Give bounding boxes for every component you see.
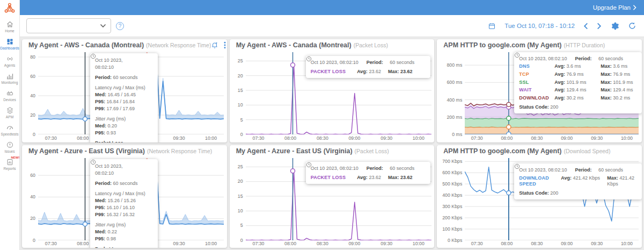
settings-gear-icon[interactable] (610, 22, 619, 31)
x-tick-label: 09:30 (378, 135, 394, 141)
x-tick-label: 08:00 (499, 135, 515, 141)
agents-icon (6, 55, 14, 63)
chart-plot-area[interactable]: Oct 10 2023, 08:02:10 Period: 60 seconds… (246, 158, 431, 240)
x-tick-label: 07:30 (469, 241, 485, 246)
y-axis: 0 ms200 ms400 ms600 ms800 ms (437, 52, 465, 134)
apm-icon (6, 106, 14, 115)
sidebar-item-speedtests[interactable]: Speedtests (0, 124, 20, 136)
prev-period-button[interactable] (583, 23, 588, 30)
y-tick-label: 200 Kbps (442, 215, 462, 220)
card-actions (211, 41, 226, 49)
new-badge: NEW! (11, 156, 20, 159)
x-tick-label: 09:00 (346, 135, 362, 141)
card-title: APM HTTP to google.com (My Agent) (443, 41, 561, 49)
x-tick-label: 08:00 (75, 241, 91, 246)
chart-card-http-duration: APM HTTP to google.com (My Agent)(HTTP D… (437, 39, 642, 142)
chart-tooltip: Oct 10 2023,08:02:10 Period: 60 seconds … (90, 53, 158, 142)
series-label: SSL (519, 80, 554, 85)
chart-tooltip: Oct 10 2023,08:02:10 Period: 60 seconds … (90, 159, 158, 248)
home-icon (6, 20, 14, 28)
alert-bell-icon[interactable] (211, 41, 218, 49)
y-tick-label: 200 ms (447, 115, 462, 120)
upgrade-plan-button[interactable]: Upgrade Plan (593, 4, 636, 11)
more-options-icon[interactable] (224, 41, 226, 49)
chart-tooltip: Oct 10 2023, 08:02:10 Period: 60 seconds… (306, 162, 430, 184)
series-label: PACKET LOSS (311, 175, 346, 180)
next-period-button[interactable] (597, 23, 602, 30)
x-tick-label: 10:00 (411, 135, 427, 141)
x-tick-label: 10:00 (619, 241, 635, 246)
y-tick-label: 40 (30, 93, 35, 98)
chart-plot-area[interactable]: Oct 10 2023,08:02:10 Period: 60 seconds … (38, 158, 224, 240)
card-subtitle: (Packet Loss) (355, 148, 389, 154)
y-axis: 0204060 (22, 158, 38, 240)
status-code-label: Status Code: (519, 190, 549, 196)
reports-icon (6, 158, 14, 166)
y-tick-label: 5 (240, 117, 243, 123)
help-icon[interactable]: ? (116, 22, 124, 30)
chart-plot-area[interactable]: Oct 10 2023,08:02:10 Period: 60 seconds … (38, 52, 224, 134)
main-column: Upgrade Plan ? Tue Oct 10, 07:18 - 10:12 (20, 0, 644, 250)
app-logo[interactable] (0, 0, 20, 16)
sidebar-item-home[interactable]: Home (0, 20, 20, 33)
chevron-down-icon (100, 24, 106, 28)
x-tick-label: 07:30 (251, 241, 267, 246)
sidebar-item-monitoring[interactable]: Monitoring (0, 72, 20, 84)
y-tick-label: 20 (30, 216, 35, 221)
clock-icon (306, 56, 312, 62)
x-tick-label: 09:00 (346, 241, 362, 246)
speedtests-icon (6, 124, 14, 132)
series-label: DOWNLOAD (519, 95, 554, 101)
x-tick-label: 09:00 (559, 135, 575, 141)
monitoring-icon (6, 72, 14, 80)
y-tick-label: 15 (238, 88, 243, 93)
refresh-icon[interactable] (628, 22, 636, 30)
y-tick-label: 0 (33, 238, 35, 243)
issues-icon (6, 141, 14, 149)
dashboard-select[interactable] (26, 18, 111, 33)
card-header: My Agent - AWS - Canada (Montreal) (Netw… (22, 39, 227, 51)
x-tick-label: 08:30 (529, 135, 545, 141)
jitter-header: Jitter Avg (ms) (95, 116, 153, 123)
chart-card-azure-latency: My Agent - Azure - East US (Virginia)(Ne… (22, 145, 227, 248)
calendar-icon[interactable] (488, 22, 496, 30)
dashboard-grid: My Agent - AWS - Canada (Montreal) (Netw… (20, 37, 644, 250)
x-tick-label: 09:30 (171, 135, 187, 141)
y-tick-label: 15 (238, 194, 243, 199)
y-tick-label: 0 (33, 132, 35, 137)
series-label: TCP (519, 72, 554, 77)
y-tick-label: 600 ms (447, 80, 462, 85)
x-tick-label: 08:00 (75, 135, 91, 141)
sidebar-item-dashboards[interactable]: Dashboards (0, 38, 20, 50)
chart-tooltip: Oct 10 2023, 08:02:10 Period: 60 seconds… (514, 52, 642, 113)
devices-icon (6, 89, 14, 97)
x-tick-label: 07:30 (43, 135, 59, 141)
chart-plot-area[interactable]: Oct 10 2023, 08:02:10 Period: 60 seconds… (465, 158, 639, 240)
clock-icon (514, 52, 520, 58)
y-axis: 0510152025 (230, 52, 246, 134)
sidebar-item-devices[interactable]: Devices (0, 89, 20, 102)
card-subtitle: (Network Response Time) (146, 42, 211, 48)
y-tick-label: 10 (238, 208, 243, 213)
tooltip-time: Oct 10 2023, 08:02:10 (311, 60, 358, 65)
x-tick-label: 10:00 (203, 135, 219, 141)
card-title: My Agent - Azure - East US (Virginia) (236, 147, 353, 155)
x-axis: 07:3008:0008:3009:0009:3010:00 (465, 240, 642, 248)
x-tick-label: 09:30 (378, 241, 394, 246)
y-axis: 0510152025 (230, 158, 246, 240)
chart-plot-area[interactable]: Oct 10 2023, 08:02:10 Period: 60 seconds… (465, 52, 639, 134)
card-subtitle: (Network Response Time) (147, 148, 212, 154)
sidebar-item-label: Reports (3, 167, 16, 170)
y-tick-label: 500 Kbps (442, 181, 462, 187)
sidebar-item-apm[interactable]: APM (0, 106, 20, 119)
tooltip-time: Oct 10 2023, (95, 163, 123, 169)
chevron-right-icon (633, 5, 636, 10)
sidebar-item-agents[interactable]: Agents (0, 55, 20, 67)
sidebar-item-issues[interactable]: Issues (0, 141, 20, 153)
sidebar: Home Dashboards Agents Monitoring Device… (0, 0, 20, 250)
x-tick-label: 08:00 (282, 241, 298, 246)
date-range[interactable]: Tue Oct 10, 07:18 - 10:12 (504, 23, 575, 29)
chart-plot-area[interactable]: Oct 10 2023, 08:02:10 Period: 60 seconds… (246, 52, 431, 134)
sidebar-item-reports[interactable]: NEW! Reports (0, 158, 20, 170)
sidebar-item-label: Dashboards (0, 46, 19, 50)
